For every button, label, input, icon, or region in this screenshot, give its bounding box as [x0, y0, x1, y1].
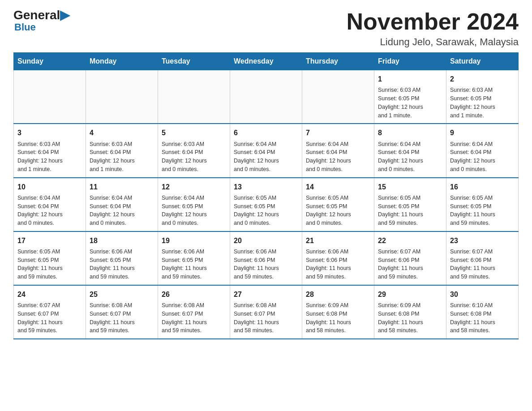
calendar-cell: 4Sunrise: 6:03 AMSunset: 6:04 PMDaylight…	[86, 124, 158, 177]
day-info: Sunrise: 6:03 AMSunset: 6:04 PMDaylight:…	[90, 140, 154, 174]
calendar-cell	[302, 70, 374, 124]
calendar-cell: 23Sunrise: 6:07 AMSunset: 6:06 PMDayligh…	[446, 231, 519, 285]
day-number: 7	[306, 128, 370, 138]
calendar-cell: 25Sunrise: 6:08 AMSunset: 6:07 PMDayligh…	[86, 285, 158, 339]
day-number: 4	[90, 128, 154, 138]
calendar-cell: 29Sunrise: 6:09 AMSunset: 6:08 PMDayligh…	[374, 285, 446, 339]
calendar-cell	[158, 70, 230, 124]
day-number: 16	[450, 182, 515, 192]
day-info: Sunrise: 6:09 AMSunset: 6:08 PMDaylight:…	[306, 301, 370, 335]
day-number: 23	[450, 235, 515, 246]
day-info: Sunrise: 6:06 AMSunset: 6:05 PMDaylight:…	[162, 248, 226, 281]
calendar-cell: 30Sunrise: 6:10 AMSunset: 6:08 PMDayligh…	[446, 285, 519, 339]
calendar-cell: 1Sunrise: 6:03 AMSunset: 6:05 PMDaylight…	[374, 70, 446, 124]
day-number: 27	[234, 289, 298, 300]
day-info: Sunrise: 6:04 AMSunset: 6:05 PMDaylight:…	[162, 194, 226, 227]
calendar-subtitle: Lidung Jelo, Sarawak, Malaysia	[347, 36, 519, 48]
day-number: 20	[234, 235, 298, 246]
calendar-cell: 27Sunrise: 6:08 AMSunset: 6:07 PMDayligh…	[230, 285, 302, 339]
day-info: Sunrise: 6:07 AMSunset: 6:07 PMDaylight:…	[17, 301, 82, 335]
calendar-week-row: 10Sunrise: 6:04 AMSunset: 6:04 PMDayligh…	[14, 178, 519, 231]
calendar-cell	[86, 70, 158, 124]
calendar-table: SundayMondayTuesdayWednesdayThursdayFrid…	[13, 52, 519, 339]
calendar-cell: 24Sunrise: 6:07 AMSunset: 6:07 PMDayligh…	[14, 285, 86, 339]
day-number: 14	[306, 182, 370, 192]
day-info: Sunrise: 6:04 AMSunset: 6:04 PMDaylight:…	[17, 194, 82, 227]
day-number: 17	[17, 235, 82, 246]
day-number: 29	[378, 289, 442, 300]
day-info: Sunrise: 6:04 AMSunset: 6:04 PMDaylight:…	[378, 140, 442, 174]
calendar-cell: 2Sunrise: 6:03 AMSunset: 6:05 PMDaylight…	[446, 70, 519, 124]
day-number: 1	[378, 74, 442, 84]
day-number: 18	[90, 235, 154, 246]
day-info: Sunrise: 6:10 AMSunset: 6:08 PMDaylight:…	[450, 301, 515, 335]
day-number: 11	[90, 182, 154, 192]
calendar-cell: 15Sunrise: 6:05 AMSunset: 6:05 PMDayligh…	[374, 178, 446, 231]
day-info: Sunrise: 6:03 AMSunset: 6:05 PMDaylight:…	[450, 86, 515, 120]
day-info: Sunrise: 6:05 AMSunset: 6:05 PMDaylight:…	[234, 194, 298, 227]
calendar-cell	[230, 70, 302, 124]
logo-general-text: General▶	[13, 9, 70, 21]
day-info: Sunrise: 6:05 AMSunset: 6:05 PMDaylight:…	[450, 194, 515, 227]
day-info: Sunrise: 6:05 AMSunset: 6:05 PMDaylight:…	[17, 248, 82, 281]
weekday-header-wednesday: Wednesday	[230, 53, 302, 70]
calendar-cell: 14Sunrise: 6:05 AMSunset: 6:05 PMDayligh…	[302, 178, 374, 231]
calendar-cell: 22Sunrise: 6:07 AMSunset: 6:06 PMDayligh…	[374, 231, 446, 285]
calendar-week-row: 24Sunrise: 6:07 AMSunset: 6:07 PMDayligh…	[14, 285, 519, 339]
calendar-week-row: 1Sunrise: 6:03 AMSunset: 6:05 PMDaylight…	[14, 70, 519, 124]
day-number: 28	[306, 289, 370, 300]
calendar-cell: 28Sunrise: 6:09 AMSunset: 6:08 PMDayligh…	[302, 285, 374, 339]
day-number: 26	[162, 289, 226, 300]
title-block: November 2024 Lidung Jelo, Sarawak, Mala…	[347, 9, 519, 48]
calendar-title: November 2024	[347, 9, 519, 34]
calendar-cell: 7Sunrise: 6:04 AMSunset: 6:04 PMDaylight…	[302, 124, 374, 177]
weekday-header-saturday: Saturday	[446, 53, 519, 70]
day-info: Sunrise: 6:05 AMSunset: 6:05 PMDaylight:…	[378, 194, 442, 227]
calendar-cell: 20Sunrise: 6:06 AMSunset: 6:06 PMDayligh…	[230, 231, 302, 285]
weekday-header-sunday: Sunday	[14, 53, 86, 70]
day-info: Sunrise: 6:04 AMSunset: 6:04 PMDaylight:…	[306, 140, 370, 174]
day-info: Sunrise: 6:06 AMSunset: 6:05 PMDaylight:…	[90, 248, 154, 281]
day-info: Sunrise: 6:06 AMSunset: 6:06 PMDaylight:…	[306, 248, 370, 281]
day-info: Sunrise: 6:08 AMSunset: 6:07 PMDaylight:…	[234, 301, 298, 335]
calendar-cell: 10Sunrise: 6:04 AMSunset: 6:04 PMDayligh…	[14, 178, 86, 231]
day-info: Sunrise: 6:09 AMSunset: 6:08 PMDaylight:…	[378, 301, 442, 335]
day-info: Sunrise: 6:07 AMSunset: 6:06 PMDaylight:…	[450, 248, 515, 281]
calendar-cell: 19Sunrise: 6:06 AMSunset: 6:05 PMDayligh…	[158, 231, 230, 285]
weekday-header-thursday: Thursday	[302, 53, 374, 70]
page-header: General▶ Blue November 2024 Lidung Jelo,…	[13, 9, 519, 48]
day-number: 22	[378, 235, 442, 246]
day-info: Sunrise: 6:04 AMSunset: 6:04 PMDaylight:…	[450, 140, 515, 174]
calendar-cell: 5Sunrise: 6:03 AMSunset: 6:04 PMDaylight…	[158, 124, 230, 177]
day-number: 6	[234, 128, 298, 138]
day-info: Sunrise: 6:03 AMSunset: 6:05 PMDaylight:…	[378, 86, 442, 120]
calendar-cell: 3Sunrise: 6:03 AMSunset: 6:04 PMDaylight…	[14, 124, 86, 177]
day-info: Sunrise: 6:03 AMSunset: 6:04 PMDaylight:…	[17, 140, 82, 174]
calendar-cell: 11Sunrise: 6:04 AMSunset: 6:04 PMDayligh…	[86, 178, 158, 231]
day-info: Sunrise: 6:04 AMSunset: 6:04 PMDaylight:…	[234, 140, 298, 174]
day-number: 5	[162, 128, 226, 138]
calendar-cell: 16Sunrise: 6:05 AMSunset: 6:05 PMDayligh…	[446, 178, 519, 231]
day-number: 13	[234, 182, 298, 192]
day-number: 8	[378, 128, 442, 138]
calendar-cell: 9Sunrise: 6:04 AMSunset: 6:04 PMDaylight…	[446, 124, 519, 177]
day-info: Sunrise: 6:05 AMSunset: 6:05 PMDaylight:…	[306, 194, 370, 227]
calendar-cell: 17Sunrise: 6:05 AMSunset: 6:05 PMDayligh…	[14, 231, 86, 285]
calendar-cell: 13Sunrise: 6:05 AMSunset: 6:05 PMDayligh…	[230, 178, 302, 231]
day-number: 10	[17, 182, 82, 192]
calendar-header-row: SundayMondayTuesdayWednesdayThursdayFrid…	[14, 53, 519, 70]
calendar-cell: 8Sunrise: 6:04 AMSunset: 6:04 PMDaylight…	[374, 124, 446, 177]
calendar-cell: 18Sunrise: 6:06 AMSunset: 6:05 PMDayligh…	[86, 231, 158, 285]
calendar-cell: 21Sunrise: 6:06 AMSunset: 6:06 PMDayligh…	[302, 231, 374, 285]
day-number: 24	[17, 289, 82, 300]
calendar-cell: 6Sunrise: 6:04 AMSunset: 6:04 PMDaylight…	[230, 124, 302, 177]
day-number: 15	[378, 182, 442, 192]
day-info: Sunrise: 6:07 AMSunset: 6:06 PMDaylight:…	[378, 248, 442, 281]
day-info: Sunrise: 6:08 AMSunset: 6:07 PMDaylight:…	[90, 301, 154, 335]
day-info: Sunrise: 6:08 AMSunset: 6:07 PMDaylight:…	[162, 301, 226, 335]
weekday-header-friday: Friday	[374, 53, 446, 70]
day-number: 19	[162, 235, 226, 246]
weekday-header-monday: Monday	[86, 53, 158, 70]
day-number: 9	[450, 128, 515, 138]
calendar-cell: 26Sunrise: 6:08 AMSunset: 6:07 PMDayligh…	[158, 285, 230, 339]
